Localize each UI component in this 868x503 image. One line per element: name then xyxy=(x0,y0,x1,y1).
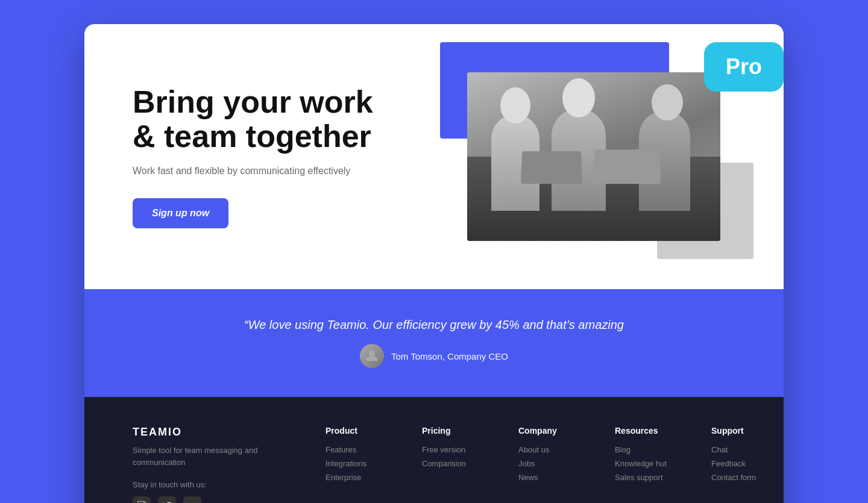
hero-subtitle: Work fast and flexible by communicating … xyxy=(133,166,416,177)
footer-social-label: Stay in touch with us: xyxy=(133,480,289,489)
footer-link-contact-form[interactable]: Contact form xyxy=(711,473,772,482)
footer-link-free-version[interactable]: Free version xyxy=(422,445,482,454)
footer-col-company: Company About us Jobs News xyxy=(518,426,579,482)
testimonial-author: Tom Tomson, Company CEO xyxy=(133,344,735,368)
author-name: Tom Tomson, Company CEO xyxy=(391,351,508,361)
footer-link-integrations[interactable]: Integrations xyxy=(326,459,386,468)
footer-link-comparision[interactable]: Comparision xyxy=(422,459,482,468)
footer-col-title-support: Support xyxy=(711,426,772,436)
hero-title: Bring your work & team together xyxy=(133,85,416,154)
testimonial-quote: “We love using Teamio. Our efficiency gr… xyxy=(133,318,735,332)
author-avatar xyxy=(360,344,384,368)
hero-title-line2: & team together xyxy=(133,119,371,154)
footer-tagline: Simple tool for team messaging and commu… xyxy=(133,445,289,468)
footer-link-features[interactable]: Features xyxy=(326,445,386,454)
footer-link-feedback[interactable]: Feedback xyxy=(711,459,772,468)
footer-link-sales-support[interactable]: Sales support xyxy=(615,473,675,482)
footer-links: Product Features Integrations Enterprise… xyxy=(326,426,772,482)
pro-badge: Pro xyxy=(704,42,784,92)
signup-button[interactable]: Sign up now xyxy=(133,198,228,228)
twitter-icon[interactable] xyxy=(158,496,176,503)
footer-col-title-pricing: Pricing xyxy=(422,426,482,436)
hero-image xyxy=(467,72,720,241)
footer-social-icons xyxy=(133,496,289,503)
hero-title-line1: Bring your work xyxy=(133,84,373,119)
footer-col-resources: Resources Blog Knowledge hut Sales suppo… xyxy=(615,426,675,482)
footer-link-enterprise[interactable]: Enterprise xyxy=(326,473,386,482)
footer-col-pricing: Pricing Free version Comparision xyxy=(422,426,482,482)
gamepad-icon[interactable] xyxy=(183,496,201,503)
footer: TEAMIO Simple tool for team messaging an… xyxy=(84,397,784,503)
footer-link-about[interactable]: About us xyxy=(518,445,579,454)
footer-link-chat[interactable]: Chat xyxy=(711,445,772,454)
footer-link-blog[interactable]: Blog xyxy=(615,445,675,454)
footer-col-support: Support Chat Feedback Contact form xyxy=(711,426,772,482)
footer-link-news[interactable]: News xyxy=(518,473,579,482)
footer-logo: TEAMIO xyxy=(133,426,289,439)
footer-col-title-resources: Resources xyxy=(615,426,675,436)
footer-col-title-company: Company xyxy=(518,426,579,436)
testimonial-section: “We love using Teamio. Our efficiency gr… xyxy=(84,289,784,397)
instagram-icon[interactable] xyxy=(133,496,151,503)
footer-brand: TEAMIO Simple tool for team messaging an… xyxy=(133,426,289,503)
hero-content: Bring your work & team together Work fas… xyxy=(133,85,416,228)
svg-point-0 xyxy=(369,351,375,357)
footer-link-jobs[interactable]: Jobs xyxy=(518,459,579,468)
footer-col-product: Product Features Integrations Enterprise xyxy=(326,426,386,482)
footer-link-knowledge-hut[interactable]: Knowledge hut xyxy=(615,459,675,468)
footer-col-title-product: Product xyxy=(326,426,386,436)
